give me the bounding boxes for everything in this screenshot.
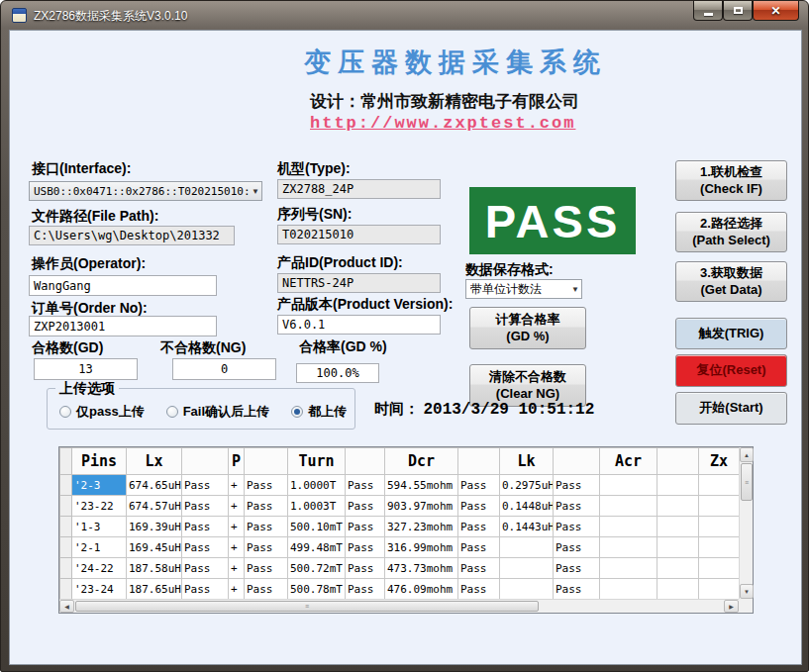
table-cell[interactable]: Pass xyxy=(245,537,288,558)
table-cell[interactable] xyxy=(699,475,740,496)
table-cell[interactable]: Pass xyxy=(182,579,229,600)
table-cell[interactable]: Pass xyxy=(458,517,500,537)
table-cell[interactable]: Pass xyxy=(245,517,288,537)
table-cell[interactable]: Pass xyxy=(458,537,500,558)
table-cell[interactable]: 473.73mohm xyxy=(385,558,458,579)
table-cell[interactable]: + xyxy=(229,579,245,600)
table-cell[interactable]: Pass xyxy=(458,496,500,517)
table-cell[interactable] xyxy=(657,558,699,579)
table-cell[interactable]: Pass xyxy=(182,475,229,496)
maximize-button[interactable] xyxy=(723,1,753,21)
column-header[interactable]: Dcr xyxy=(385,448,458,475)
column-header[interactable]: Pins xyxy=(72,448,127,475)
product-id-field[interactable]: NETTRS-24P xyxy=(277,273,441,293)
table-cell[interactable]: Pass xyxy=(554,558,600,579)
column-header[interactable]: Acr xyxy=(600,448,657,475)
table-cell[interactable]: 0.1443uH xyxy=(500,517,554,537)
gd-count-field[interactable]: 13 xyxy=(34,358,138,380)
table-cell[interactable]: 327.23mohm xyxy=(385,517,458,537)
title-bar[interactable]: ZX2786数据采集系统V3.0.10 ✕ xyxy=(1,1,808,30)
table-cell[interactable]: Pass xyxy=(346,537,385,558)
horizontal-scroll-thumb[interactable]: ≡ xyxy=(75,601,539,612)
table-cell[interactable]: Pass xyxy=(346,558,385,579)
table-cell[interactable]: 594.55mohm xyxy=(385,475,458,496)
table-cell[interactable] xyxy=(699,496,740,517)
column-header[interactable]: Lk xyxy=(500,448,554,475)
column-header[interactable] xyxy=(182,448,229,475)
machine-type-field[interactable]: ZX2788_24P xyxy=(277,179,441,199)
minimize-button[interactable] xyxy=(693,1,723,21)
table-cell[interactable]: Pass xyxy=(458,579,500,600)
table-cell[interactable]: 500.10mT xyxy=(288,517,346,537)
table-cell[interactable]: 903.97mohm xyxy=(385,496,458,517)
table-cell[interactable]: + xyxy=(229,537,245,558)
order-no-field[interactable]: ZXP2013001 xyxy=(29,316,217,336)
table-cell[interactable]: 500.78mT xyxy=(288,579,346,600)
vertical-scroll-thumb[interactable]: ≡ xyxy=(741,463,753,501)
table-cell[interactable]: Pass xyxy=(245,496,288,517)
table-cell[interactable]: 674.57uH xyxy=(127,496,182,517)
ng-count-field[interactable]: 0 xyxy=(172,358,276,380)
table-cell[interactable]: Pass xyxy=(182,517,229,537)
table-cell[interactable]: 476.09mohm xyxy=(385,579,458,600)
table-cell[interactable] xyxy=(600,496,657,517)
table-cell[interactable]: 169.45uH xyxy=(127,537,182,558)
table-cell[interactable]: Pass xyxy=(245,475,288,496)
table-cell[interactable]: '2-3 xyxy=(72,475,127,496)
scroll-left-icon[interactable]: ◀ xyxy=(59,600,74,613)
save-format-select[interactable]: 带单位计数法 ▼ xyxy=(465,279,582,299)
table-cell[interactable]: Pass xyxy=(554,537,600,558)
reset-button[interactable]: 复位(Reset) xyxy=(675,354,787,387)
table-cell[interactable] xyxy=(699,558,740,579)
table-cell[interactable]: Pass xyxy=(346,475,385,496)
table-cell[interactable] xyxy=(500,558,554,579)
column-header[interactable] xyxy=(346,448,385,475)
radio-upload-all[interactable]: 都上传 xyxy=(291,403,347,421)
table-cell[interactable] xyxy=(600,558,657,579)
column-header[interactable] xyxy=(657,448,699,475)
table-cell[interactable]: 1.0000T xyxy=(288,475,346,496)
horizontal-scrollbar[interactable]: ◀ ≡ ▶ xyxy=(59,599,739,613)
table-cell[interactable]: Pass xyxy=(182,558,229,579)
table-cell[interactable] xyxy=(500,579,554,600)
table-cell[interactable]: Pass xyxy=(245,558,288,579)
table-cell[interactable]: Pass xyxy=(554,517,600,537)
table-cell[interactable]: '2-1 xyxy=(72,537,127,558)
table-cell[interactable]: 316.99mohm xyxy=(385,537,458,558)
table-cell[interactable] xyxy=(600,579,657,600)
table-cell[interactable] xyxy=(600,475,657,496)
operator-field[interactable]: WangGang xyxy=(29,275,217,296)
table-cell[interactable]: '1-3 xyxy=(72,517,127,537)
calc-gd-button[interactable]: 计算合格率 (GD %) xyxy=(469,307,586,349)
table-cell[interactable]: + xyxy=(229,558,245,579)
table-cell[interactable]: 0.1448uH xyxy=(500,496,554,517)
get-data-button[interactable]: 3.获取数据 (Get Data) xyxy=(675,261,787,302)
scroll-right-icon[interactable]: ▶ xyxy=(724,600,739,613)
close-button[interactable]: ✕ xyxy=(753,1,799,21)
row-header[interactable] xyxy=(60,579,72,600)
table-cell[interactable]: 169.39uH xyxy=(127,517,182,537)
table-cell[interactable]: Pass xyxy=(554,496,600,517)
vertical-scrollbar[interactable]: ▲ ≡ ▼ xyxy=(739,447,753,599)
column-header[interactable]: Lx xyxy=(127,448,182,475)
column-header[interactable]: Turn xyxy=(288,448,346,475)
file-path-field[interactable]: C:\Users\wg\Desktop\201332 xyxy=(29,226,235,245)
table-cell[interactable] xyxy=(600,537,657,558)
table-cell[interactable] xyxy=(600,517,657,537)
table-cell[interactable]: Pass xyxy=(458,475,500,496)
check-if-button[interactable]: 1.联机检查 (Check IF) xyxy=(675,160,787,201)
radio-fail-confirm[interactable]: Fail确认后上传 xyxy=(166,403,269,421)
table-cell[interactable]: Pass xyxy=(346,496,385,517)
table-cell[interactable]: + xyxy=(229,475,245,496)
table-cell[interactable]: Pass xyxy=(458,558,500,579)
column-header[interactable] xyxy=(554,448,600,475)
table-cell[interactable]: + xyxy=(229,496,245,517)
table-cell[interactable] xyxy=(657,579,699,600)
table-cell[interactable]: 187.65uH xyxy=(127,579,182,600)
table-cell[interactable]: Pass xyxy=(554,475,600,496)
column-header[interactable] xyxy=(458,448,500,475)
website-link[interactable]: http://www.zxptest.com xyxy=(310,114,575,133)
radio-pass-only[interactable]: 仅pass上传 xyxy=(59,403,145,421)
table-cell[interactable] xyxy=(699,537,740,558)
product-version-field[interactable]: V6.0.1 xyxy=(277,315,441,335)
